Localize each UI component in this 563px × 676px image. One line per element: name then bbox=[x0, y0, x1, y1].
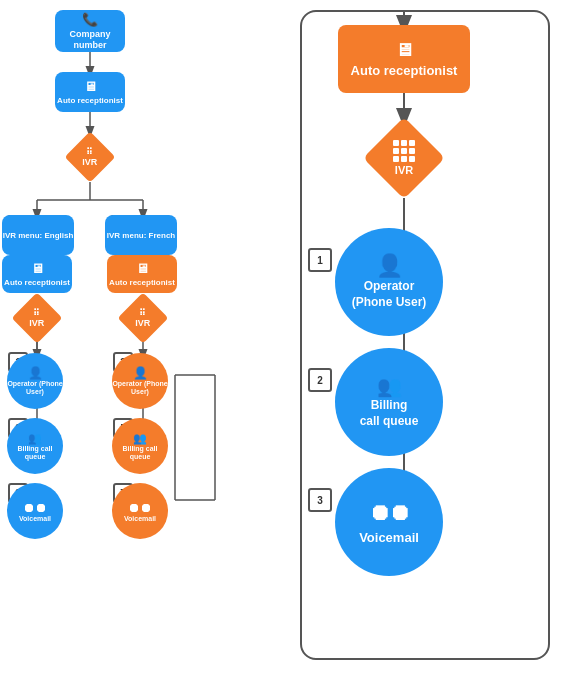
auto-rec-left-label: Auto receptionist bbox=[4, 278, 70, 287]
billing-main-badge: 2 bbox=[308, 368, 332, 392]
billing-right-label: Billing call queue bbox=[112, 445, 168, 460]
billing-right-node[interactable]: 👥 Billing call queue bbox=[112, 418, 168, 474]
voicemail-right-node[interactable]: ⏺⏺ Voicemail bbox=[112, 483, 168, 539]
desk-icon-right: 🖥 bbox=[136, 261, 149, 276]
auto-rec-right-node[interactable]: 🖥 Auto receptionist bbox=[107, 255, 177, 293]
ivr-main-label: IVR bbox=[395, 164, 413, 176]
operator-main-node[interactable]: 👤 Operator(Phone User) bbox=[335, 228, 443, 336]
auto-rec-top-label: Auto receptionist bbox=[57, 96, 123, 106]
auto-rec-right-panel-label: Auto receptionist bbox=[351, 63, 458, 78]
ivr-menu-english-node[interactable]: IVR menu: English bbox=[2, 215, 74, 255]
ivr-top-label: IVR bbox=[82, 157, 97, 167]
diagram-container: 📞 Company number 🖥 Auto receptionist ⠿ I… bbox=[0, 0, 563, 676]
company-number-label: Company number bbox=[55, 29, 125, 51]
svg-rect-31 bbox=[393, 148, 399, 154]
billing-left-label: Billing call queue bbox=[7, 445, 63, 460]
right-panel bbox=[300, 10, 550, 660]
voicemail-main-badge: 3 bbox=[308, 488, 332, 512]
company-number-node[interactable]: 📞 Company number bbox=[55, 10, 125, 52]
ivr-diamond-top[interactable]: ⠿ IVR bbox=[65, 132, 115, 182]
voicemail-main-node[interactable]: ⏺⏺ Voicemail bbox=[335, 468, 443, 576]
auto-receptionist-top-node[interactable]: 🖥 Auto receptionist bbox=[55, 72, 125, 112]
svg-rect-30 bbox=[409, 140, 415, 146]
operator-main-label: Operator(Phone User) bbox=[352, 279, 427, 310]
operator-left-node[interactable]: 👤 Operator (Phone User) bbox=[7, 353, 63, 409]
svg-rect-34 bbox=[393, 156, 399, 162]
operator-main-badge: 1 bbox=[308, 248, 332, 272]
ivr-english-label: IVR menu: English bbox=[3, 231, 74, 240]
auto-rec-right-label: Auto receptionist bbox=[109, 278, 175, 287]
vm-right-label: Voicemail bbox=[124, 515, 156, 522]
ivr-french-label: IVR menu: French bbox=[107, 231, 175, 240]
ivr-left-label: IVR bbox=[29, 318, 44, 328]
op-left-label: Operator (Phone User) bbox=[7, 380, 63, 395]
voicemail-main-label: Voicemail bbox=[359, 530, 419, 545]
ivr-diamond-right[interactable]: ⠿ IVR bbox=[118, 293, 168, 343]
ivr-menu-french-node[interactable]: IVR menu: French bbox=[105, 215, 177, 255]
auto-receptionist-right-node[interactable]: 🖥 Auto receptionist bbox=[338, 25, 470, 93]
svg-rect-28 bbox=[393, 140, 399, 146]
svg-rect-36 bbox=[409, 156, 415, 162]
ivr-diamond-left[interactable]: ⠿ IVR bbox=[12, 293, 62, 343]
desk-icon-top: 🖥 bbox=[84, 79, 97, 94]
desk-icon-left: 🖥 bbox=[31, 261, 44, 276]
operator-right-node[interactable]: 👤 Operator (Phone User) bbox=[112, 353, 168, 409]
phone-icon: 📞 bbox=[82, 12, 98, 27]
vm-left-label: Voicemail bbox=[19, 515, 51, 522]
billing-left-node[interactable]: 👥 Billing call queue bbox=[7, 418, 63, 474]
svg-rect-29 bbox=[401, 140, 407, 146]
ivr-right-label: IVR bbox=[135, 318, 150, 328]
svg-rect-35 bbox=[401, 156, 407, 162]
op-right-label: Operator (Phone User) bbox=[112, 380, 168, 395]
svg-rect-33 bbox=[409, 148, 415, 154]
ivr-diamond-main[interactable]: IVR bbox=[364, 118, 444, 198]
voicemail-left-node[interactable]: ⏺⏺ Voicemail bbox=[7, 483, 63, 539]
billing-main-node[interactable]: 👥 Billingcall queue bbox=[335, 348, 443, 456]
auto-rec-left-node[interactable]: 🖥 Auto receptionist bbox=[2, 255, 72, 293]
desk-icon-main: 🖥 bbox=[395, 40, 413, 61]
billing-main-label: Billingcall queue bbox=[360, 398, 419, 429]
svg-rect-32 bbox=[401, 148, 407, 154]
